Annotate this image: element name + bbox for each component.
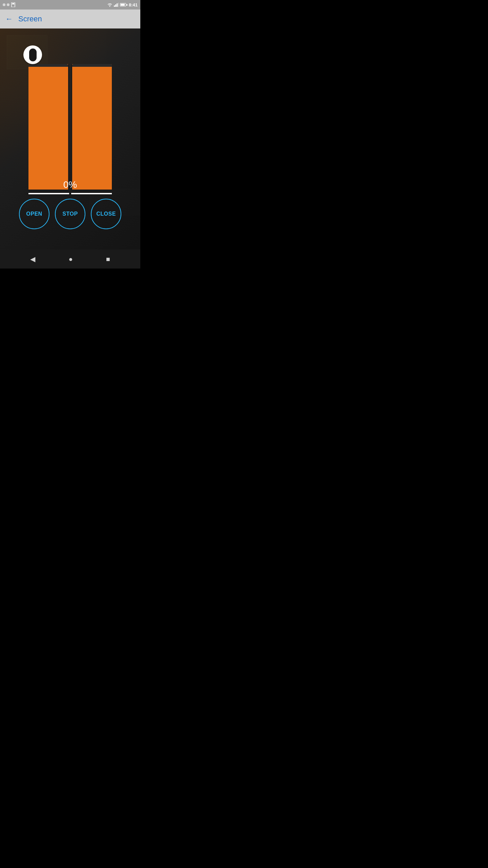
svg-rect-3 <box>115 4 116 7</box>
status-time: 8:41 <box>129 2 138 7</box>
blind-cords <box>28 193 112 194</box>
blinds-visualization <box>26 45 114 194</box>
roller-circle <box>23 45 42 64</box>
blind-rail-right <box>71 190 112 192</box>
battery-icon <box>120 3 127 6</box>
stop-button[interactable]: STOP <box>55 199 85 229</box>
blind-panel-right <box>71 64 112 190</box>
back-button[interactable]: ← <box>5 15 13 23</box>
blind-panel-left <box>28 64 69 190</box>
status-bar: 8:41 <box>0 0 140 9</box>
open-button[interactable]: OPEN <box>19 199 49 229</box>
signal-icon <box>114 3 119 7</box>
percentage-display: 0% <box>63 179 77 190</box>
svg-rect-4 <box>117 3 118 7</box>
nav-home-button[interactable]: ● <box>68 255 73 263</box>
dot-indicator-1 <box>3 3 5 6</box>
wifi-icon <box>107 3 113 7</box>
page-title: Screen <box>18 15 42 23</box>
roller-mechanism <box>26 45 114 64</box>
blind-panels <box>28 64 112 190</box>
dot-indicator-2 <box>7 3 9 6</box>
close-button[interactable]: CLOSE <box>91 199 121 229</box>
blind-cord-right <box>71 193 112 194</box>
sim-icon <box>11 2 16 7</box>
svg-rect-1 <box>12 3 14 4</box>
nav-recent-button[interactable]: ■ <box>106 255 110 263</box>
roller-circle-inner <box>29 48 37 61</box>
blind-cord-left <box>28 193 69 194</box>
nav-back-button[interactable]: ◀ <box>30 255 35 263</box>
app-bar: ← Screen <box>0 9 140 28</box>
svg-rect-5 <box>118 3 119 7</box>
status-bar-left <box>3 2 16 7</box>
status-bar-right: 8:41 <box>107 2 138 7</box>
main-content: 0% OPEN STOP CLOSE <box>0 28 140 250</box>
navigation-bar: ◀ ● ■ <box>0 250 140 269</box>
controls-area: OPEN STOP CLOSE <box>19 199 121 229</box>
svg-rect-2 <box>114 5 115 7</box>
